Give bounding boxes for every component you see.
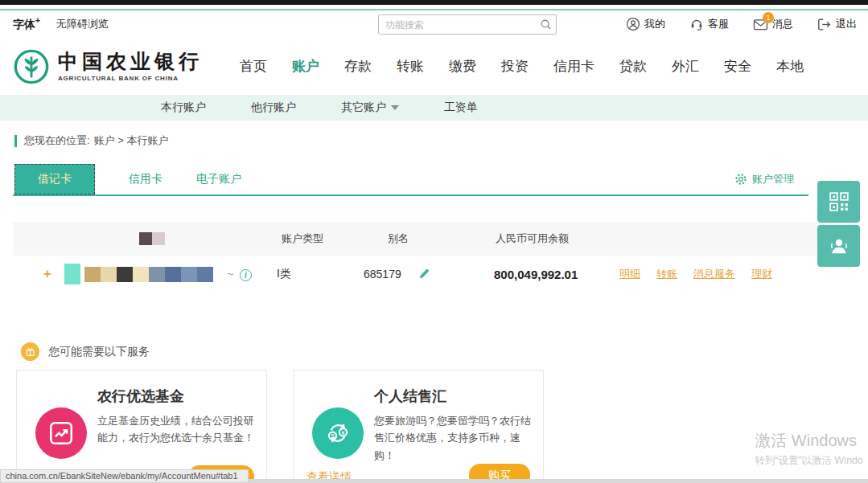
card-forex[interactable]: ¥$ 个人结售汇 您要旅游吗？您要留学吗？农行结售汇价格优惠，支持多币种，速购！… (293, 370, 544, 483)
nav-payments[interactable]: 缴费 (449, 57, 476, 76)
tabs-underline (13, 194, 808, 196)
windows-activation-watermark: 激活 Windows 转到“设置”以激活 Windo (755, 430, 863, 468)
bank-name-cn: 中国农业银行 (58, 51, 203, 73)
nav-investment[interactable]: 投资 (501, 57, 529, 76)
row-extra: ~i (227, 267, 252, 281)
primary-nav: 首页 账户 存款 转账 缴费 投资 信用卡 贷款 外汇 安全 本地 (240, 57, 804, 76)
nav-local[interactable]: 本地 (776, 57, 804, 76)
col-alias: 别名 (388, 231, 409, 246)
services-heading: 您可能需要以下服务 (21, 342, 868, 361)
action-message-service[interactable]: 消息服务 (693, 267, 735, 281)
function-search[interactable] (378, 14, 557, 35)
row-actions: 明细 转账 消息服务 理财 (619, 267, 772, 281)
main-header: 中国农业银行 AGRICULTURAL BANK OF CHINA 首页 账户 … (0, 38, 868, 95)
nav-security[interactable]: 安全 (724, 57, 751, 76)
card-fund-desc: 立足基金历史业绩，结合公司投研能力，农行为您优选十余只基金！ (97, 412, 257, 447)
nav-forex[interactable]: 外汇 (672, 57, 699, 76)
col-balance: 人民币可用余额 (496, 231, 569, 246)
currency-exchange-icon: ¥$ (312, 407, 364, 459)
breadcrumb-accent-bar (14, 135, 17, 147)
account-tabs: 借记卡 信用卡 电子账户 账户管理 (0, 164, 868, 194)
secondary-nav: 本行账户 他行账户 其它账户 工资单 (0, 95, 868, 121)
account-type-value: I类 (277, 267, 291, 281)
account-number-header-redacted (139, 232, 165, 245)
col-account-type: 账户类型 (282, 231, 323, 246)
breadcrumb: 您现在的位置: 账户 > 本行账户 (14, 133, 855, 148)
gift-icon (21, 342, 39, 361)
table-row: + ~i I类 685179 800,049,992.01 明细 转账 消息服务 (13, 256, 855, 293)
search-icon[interactable] (535, 15, 556, 34)
qr-code-button[interactable] (817, 181, 860, 223)
action-details[interactable]: 明细 (619, 267, 640, 281)
tab-e-account[interactable]: 电子账户 (196, 172, 241, 186)
card-forex-desc: 您要旅游吗？您要留学吗？农行结售汇价格优惠，支持多币种，速购！ (374, 412, 533, 464)
accessibility-link[interactable]: 无障碍浏览 (56, 17, 109, 31)
breadcrumb-prefix: 您现在的位置: (24, 133, 90, 148)
action-wealth[interactable]: 理财 (751, 267, 772, 281)
status-bar-url: china.com.cn/EbankSiteNew/ebank/my/Accou… (0, 469, 249, 483)
person-icon (828, 235, 850, 257)
unread-badge: 1 (763, 12, 774, 23)
alias-value: 685179 (364, 268, 401, 280)
subnav-payslip[interactable]: 工资单 (444, 100, 478, 115)
nav-credit-card[interactable]: 信用卡 (553, 57, 594, 76)
accounts-table: 账户类型 别名 人民币可用余额 + ~i I类 685179 800,049,9… (13, 222, 855, 293)
subnav-other-accounts[interactable]: 其它账户 (341, 100, 399, 115)
user-circle-icon (626, 17, 640, 31)
chevron-down-icon (391, 105, 399, 110)
expand-row-button[interactable]: + (43, 266, 51, 282)
bank-logo[interactable]: 中国农业银行 AGRICULTURAL BANK OF CHINA (13, 48, 203, 85)
tab-credit-card[interactable]: 信用卡 (129, 172, 162, 186)
my-profile-button[interactable]: 我的 (626, 17, 665, 31)
logout-icon (817, 18, 832, 31)
qr-code-icon (829, 191, 849, 212)
subnav-other-bank-accounts[interactable]: 他行账户 (251, 100, 296, 115)
card-fund-title: 农行优选基金 (97, 387, 184, 406)
bank-name-en: AGRICULTURAL BANK OF CHINA (58, 75, 203, 82)
utility-bar: 字体+ 无障碍浏览 我的 客服 1 消息 (0, 10, 868, 38)
abc-emblem-icon (13, 48, 50, 85)
edit-alias-button[interactable] (418, 268, 430, 280)
gear-icon (734, 173, 747, 186)
floating-side-panel (817, 181, 860, 269)
breadcrumb-path: 账户 > 本行账户 (94, 133, 169, 148)
tab-debit-card[interactable]: 借记卡 (14, 164, 95, 194)
headset-icon (689, 17, 704, 31)
account-manage-button[interactable]: 账户管理 (734, 172, 794, 186)
card-forex-title: 个人结售汇 (374, 387, 446, 406)
info-icon[interactable]: i (240, 269, 252, 281)
fund-chart-icon (35, 407, 87, 459)
service-cards: 农行优选基金 立足基金历史业绩，结合公司投研能力，农行为您优选十余只基金！ ¥$… (16, 370, 544, 483)
nav-home[interactable]: 首页 (240, 57, 267, 76)
balance-value: 800,049,992.01 (494, 268, 578, 281)
action-transfer[interactable]: 转账 (656, 267, 677, 281)
nav-accounts[interactable]: 账户 (292, 57, 319, 76)
account-number-redacted (64, 264, 213, 284)
pencil-icon (418, 268, 430, 280)
subnav-own-accounts[interactable]: 本行账户 (161, 100, 206, 115)
messages-button[interactable]: 1 消息 (753, 17, 793, 31)
nav-transfer[interactable]: 转账 (397, 57, 424, 76)
logout-button[interactable]: 退出 (817, 17, 857, 31)
table-header-row: 账户类型 别名 人民币可用余额 (13, 222, 855, 256)
customer-service-button[interactable]: 客服 (689, 17, 729, 31)
mail-icon: 1 (753, 18, 768, 31)
search-input[interactable] (379, 19, 535, 31)
font-size-control[interactable]: 字体+ (13, 16, 40, 32)
nav-deposits[interactable]: 存款 (344, 57, 372, 76)
contact-person-button[interactable] (817, 225, 860, 267)
nav-loans[interactable]: 贷款 (619, 57, 647, 76)
card-fund[interactable]: 农行优选基金 立足基金历史业绩，结合公司投研能力，农行为您优选十余只基金！ (16, 370, 267, 483)
